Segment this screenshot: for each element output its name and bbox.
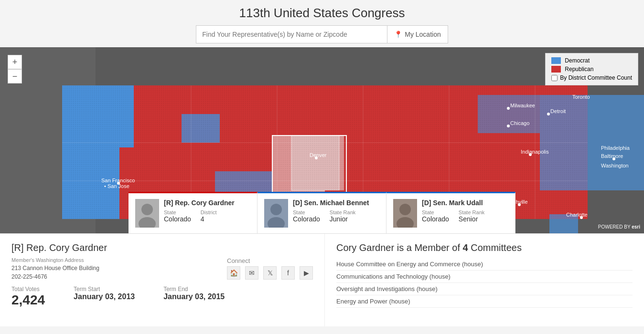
staterank-label-b: State Rank [330,209,355,215]
rep-photo-udall [393,199,417,228]
committee-count-toggle[interactable]: By District Committee Count [551,74,632,81]
connect-label: Connect [227,257,313,264]
map-container[interactable]: Milwaukee Detroit Chicago Denver San Fra… [0,47,644,233]
republican-label: Republican [565,66,593,73]
esri-attribution: POWERED BY esri [598,224,640,230]
rep-name-bennet: [D] Sen. Michael Bennet [293,199,379,207]
rep-info-bennet: [D] Sen. Michael Bennet State Colorado S… [293,199,379,223]
pin-icon: 📍 [394,31,402,38]
rep-name-udall: [D] Sen. Mark Udall [422,199,508,207]
total-votes-value: 2,424 [11,292,45,308]
democrat-label: Democrat [565,57,590,64]
svg-text:Washington: Washington [601,163,629,168]
twitter-icon-button[interactable]: 𝕏 [263,266,277,280]
svg-text:Charlotte: Charlotte [566,212,588,218]
svg-point-24 [507,107,510,110]
svg-text:Baltimore: Baltimore [601,153,623,159]
term-start-value: January 03, 2013 [74,292,135,301]
search-input[interactable] [196,25,387,43]
facebook-icon-button[interactable]: f [281,266,295,280]
committee-count-checkbox[interactable] [551,75,558,81]
svg-text:• San Jose: • San Jose [104,183,129,189]
committees-title-suffix: Committees [471,242,522,253]
bottom-panel: [R] Rep. Cory Gardner Member's Washingto… [0,233,644,326]
svg-text:Denver: Denver [310,152,327,158]
address-section: Member's Washington Address 213 Cannon H… [11,257,99,281]
left-panel: [R] Rep. Cory Gardner Member's Washingto… [0,234,325,326]
rep-card-bennet[interactable]: [D] Sen. Michael Bennet State Colorado S… [258,192,386,233]
committees-count: 4 [463,242,468,253]
rep-card-gardner[interactable]: [R] Rep. Cory Gardner State Colorado Dis… [129,192,258,233]
location-button[interactable]: 📍 My Location [387,25,448,43]
map-controls: + − [8,55,22,84]
svg-text:Detroit: Detroit [550,108,566,114]
state-label-b: State [293,209,320,215]
state-label-u: State [422,209,449,215]
democrat-swatch [551,57,561,64]
esri-brand: esri [632,224,640,230]
rep-cards: [R] Rep. Cory Gardner State Colorado Dis… [129,192,515,233]
committee-item-2[interactable]: Oversight and Investigations (house) [336,283,633,295]
rep-card-udall[interactable]: [D] Sen. Mark Udall State Colorado State… [386,192,515,233]
connect-icons: 🏠 ✉ 𝕏 f ▶ [227,266,313,280]
svg-point-57 [399,204,411,215]
total-votes-stat: Total Votes 2,424 [11,286,45,308]
committees-title-prefix: Cory Gardner is a Member of [336,242,460,253]
staterank-label-u: State Rank [459,209,484,215]
term-start-stat: Term Start January 03, 2013 [74,286,135,308]
state-label: State [164,209,191,215]
esri-text: POWERED BY [598,224,631,230]
total-votes-label: Total Votes [11,286,45,292]
home-icon-button[interactable]: 🏠 [227,266,240,280]
udall-state: Colorado [422,215,449,223]
right-panel: Cory Gardner is a Member of 4 Committees… [325,234,644,326]
page-title: 113th United States Congress [0,6,644,21]
committee-item-1[interactable]: Communications and Technology (house) [336,271,633,283]
term-end-value: January 03, 2015 [163,292,225,301]
location-button-label: My Location [405,31,440,38]
svg-point-25 [547,113,550,115]
svg-text:Chicago: Chicago [510,120,529,126]
connect-section: Connect 🏠 ✉ 𝕏 f ▶ [227,257,313,280]
address-line1: 213 Cannon House Office Building [11,264,99,272]
svg-text:Indianapolis: Indianapolis [521,149,549,155]
address-connect-row: Member's Washington Address 213 Cannon H… [11,257,313,281]
rep-name-gardner: [R] Rep. Cory Gardner [164,199,250,207]
legend-republican: Republican [551,66,632,73]
term-start-label: Term Start [74,286,135,292]
rep-info-gardner: [R] Rep. Cory Gardner State Colorado Dis… [164,199,250,223]
youtube-icon-button[interactable]: ▶ [300,266,313,280]
rep-photo-bennet [264,199,288,228]
address-line2: 202-225-4676 [11,272,99,281]
republican-swatch [551,66,561,73]
map-legend: Democrat Republican By District Committe… [545,53,638,85]
bennet-rank: Junior [330,215,355,223]
bennet-state: Colorado [293,215,320,223]
committee-item-0[interactable]: House Committee on Energy and Commerce (… [336,258,633,271]
legend-democrat: Democrat [551,57,632,64]
svg-point-51 [141,204,153,215]
svg-text:Toronto: Toronto [572,94,590,100]
rep-photo-gardner [135,199,159,228]
address-label: Member's Washington Address [11,257,99,263]
district-label: District [201,209,217,215]
svg-text:San Francisco: San Francisco [101,177,135,183]
svg-point-26 [507,125,510,127]
svg-point-54 [270,204,282,215]
zoom-out-button[interactable]: − [8,69,22,84]
committees-title: Cory Gardner is a Member of 4 Committees [336,242,633,253]
committee-count-label: By District Committee Count [560,74,632,81]
committee-list: House Committee on Energy and Commerce (… [336,258,633,308]
svg-text:Philadelphia: Philadelphia [601,145,630,151]
zoom-in-button[interactable]: + [8,55,22,69]
stats-row: Total Votes 2,424 Term Start January 03,… [11,286,313,308]
committee-item-3[interactable]: Energy and Power (house) [336,295,633,308]
rep-info-udall: [D] Sen. Mark Udall State Colorado State… [422,199,508,223]
header: 113th United States Congress 📍 My Locati… [0,0,644,47]
email-icon-button[interactable]: ✉ [245,266,258,280]
udall-rank: Senior [459,215,484,223]
detail-title: [R] Rep. Cory Gardner [11,242,313,253]
svg-text:Milwaukee: Milwaukee [510,103,535,108]
gardner-district: 4 [201,215,217,223]
search-bar: 📍 My Location [196,25,448,43]
